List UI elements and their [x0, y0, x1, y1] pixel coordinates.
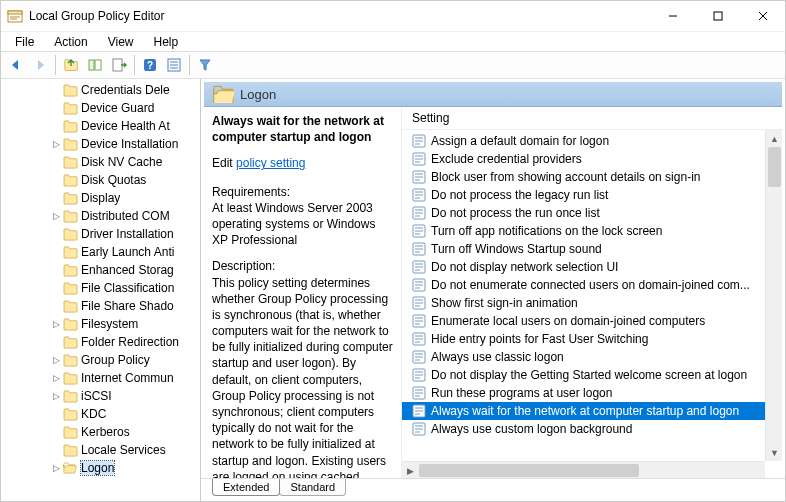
folder-icon — [63, 300, 78, 313]
export-list-button[interactable] — [108, 54, 130, 76]
refresh-button[interactable] — [163, 54, 185, 76]
tree-item[interactable]: Folder Redirection — [3, 333, 200, 351]
setting-row[interactable]: Block user from showing account details … — [402, 168, 765, 186]
expand-icon[interactable]: ▷ — [51, 391, 62, 402]
policy-setting-icon — [412, 278, 426, 292]
policy-setting-icon — [412, 404, 426, 418]
tree-item-label: Logon — [81, 461, 114, 475]
tree-item[interactable]: Enhanced Storag — [3, 261, 200, 279]
setting-row[interactable]: Turn off app notifications on the lock s… — [402, 222, 765, 240]
back-button[interactable] — [5, 54, 27, 76]
setting-row[interactable]: Always use custom logon background — [402, 420, 765, 438]
tree-item[interactable]: ▷Internet Commun — [3, 369, 200, 387]
up-button[interactable] — [60, 54, 82, 76]
edit-policy-link[interactable]: policy setting — [236, 155, 305, 171]
close-button[interactable] — [740, 1, 785, 31]
scroll-right-arrow[interactable]: ▶ — [402, 462, 419, 479]
folder-icon — [63, 336, 78, 349]
minimize-button[interactable] — [650, 1, 695, 31]
policy-setting-icon — [412, 206, 426, 220]
vertical-scrollbar[interactable]: ▲ ▼ — [765, 130, 782, 461]
tree-item-label: Device Health At — [81, 119, 170, 133]
expand-icon[interactable]: ▷ — [51, 319, 62, 330]
policy-setting-icon — [412, 350, 426, 364]
tree-item-label: Filesystem — [81, 317, 138, 331]
menubar: File Action View Help — [1, 31, 785, 51]
tree-item[interactable]: Display — [3, 189, 200, 207]
setting-row[interactable]: Run these programs at user logon — [402, 384, 765, 402]
setting-row[interactable]: Do not display the Getting Started welco… — [402, 366, 765, 384]
tree-item[interactable]: ▷Logon — [3, 459, 200, 477]
toolbar-separator — [189, 55, 190, 75]
setting-label: Show first sign-in animation — [431, 296, 578, 310]
selected-setting-title: Always wait for the network at computer … — [212, 113, 393, 145]
tab-standard[interactable]: Standard — [279, 479, 346, 496]
expand-icon[interactable]: ▷ — [51, 211, 62, 222]
tree-item[interactable]: Driver Installation — [3, 225, 200, 243]
setting-row[interactable]: Always wait for the network at computer … — [402, 402, 765, 420]
setting-label: Run these programs at user logon — [431, 386, 612, 400]
expand-icon[interactable]: ▷ — [51, 139, 62, 150]
tree-item[interactable]: Locale Services — [3, 441, 200, 459]
setting-row[interactable]: Show first sign-in animation — [402, 294, 765, 312]
forward-button[interactable] — [29, 54, 51, 76]
setting-label: Assign a default domain for logon — [431, 134, 609, 148]
tree-item[interactable]: Disk NV Cache — [3, 153, 200, 171]
setting-row[interactable]: Turn off Windows Startup sound — [402, 240, 765, 258]
tree-item-label: Driver Installation — [81, 227, 174, 241]
expand-icon[interactable]: ▷ — [51, 355, 62, 366]
setting-row[interactable]: Always use classic logon — [402, 348, 765, 366]
setting-row[interactable]: Do not process the legacy run list — [402, 186, 765, 204]
toolbar: ? — [1, 51, 785, 79]
setting-row[interactable]: Hide entry points for Fast User Switchin… — [402, 330, 765, 348]
scroll-down-arrow[interactable]: ▼ — [766, 444, 782, 461]
tree-item[interactable]: ▷Device Installation — [3, 135, 200, 153]
setting-row[interactable]: Do not process the run once list — [402, 204, 765, 222]
settings-column-header[interactable]: Setting — [402, 107, 782, 130]
help-button[interactable]: ? — [139, 54, 161, 76]
expand-icon[interactable]: ▷ — [51, 373, 62, 384]
menu-file[interactable]: File — [5, 33, 44, 51]
svg-rect-12 — [89, 60, 94, 70]
policy-setting-icon — [412, 242, 426, 256]
tree-item[interactable]: File Classification — [3, 279, 200, 297]
tree-item[interactable]: File Share Shado — [3, 297, 200, 315]
hscroll-thumb[interactable] — [419, 464, 639, 477]
horizontal-scrollbar[interactable]: ◀ ▶ — [402, 461, 765, 478]
app-icon — [7, 8, 23, 24]
tree-item[interactable]: ▷Distributed COM — [3, 207, 200, 225]
menu-action[interactable]: Action — [44, 33, 97, 51]
tree-item[interactable]: ▷iSCSI — [3, 387, 200, 405]
maximize-button[interactable] — [695, 1, 740, 31]
tree-item[interactable]: Early Launch Anti — [3, 243, 200, 261]
folder-icon — [63, 102, 78, 115]
setting-row[interactable]: Assign a default domain for logon — [402, 132, 765, 150]
setting-row[interactable]: Do not enumerate connected users on doma… — [402, 276, 765, 294]
show-hide-tree-button[interactable] — [84, 54, 106, 76]
toolbar-separator — [134, 55, 135, 75]
policy-setting-icon — [412, 260, 426, 274]
tree-item[interactable]: Credentials Dele — [3, 81, 200, 99]
menu-view[interactable]: View — [98, 33, 144, 51]
scroll-up-arrow[interactable]: ▲ — [766, 130, 782, 147]
setting-row[interactable]: Do not display network selection UI — [402, 258, 765, 276]
description-label: Description: — [212, 259, 275, 273]
menu-help[interactable]: Help — [144, 33, 189, 51]
tree-item[interactable]: Device Guard — [3, 99, 200, 117]
tree-item[interactable]: Device Health At — [3, 117, 200, 135]
setting-row[interactable]: Enumerate local users on domain-joined c… — [402, 312, 765, 330]
tree-item[interactable]: Disk Quotas — [3, 171, 200, 189]
filter-button[interactable] — [194, 54, 216, 76]
tree-item[interactable]: ▷Filesystem — [3, 315, 200, 333]
tree-pane[interactable]: Credentials DeleDevice GuardDevice Healt… — [1, 79, 201, 501]
tree-item[interactable]: Kerberos — [3, 423, 200, 441]
tree-item[interactable]: KDC — [3, 405, 200, 423]
tree-item-label: Device Installation — [81, 137, 178, 151]
tab-extended[interactable]: Extended — [212, 479, 280, 496]
tree-item[interactable]: ▷Group Policy — [3, 351, 200, 369]
setting-row[interactable]: Exclude credential providers — [402, 150, 765, 168]
settings-list[interactable]: Assign a default domain for logonExclude… — [402, 130, 765, 461]
expand-icon[interactable]: ▷ — [51, 463, 62, 474]
tree-item-label: Group Policy — [81, 353, 150, 367]
scroll-thumb[interactable] — [768, 147, 781, 187]
